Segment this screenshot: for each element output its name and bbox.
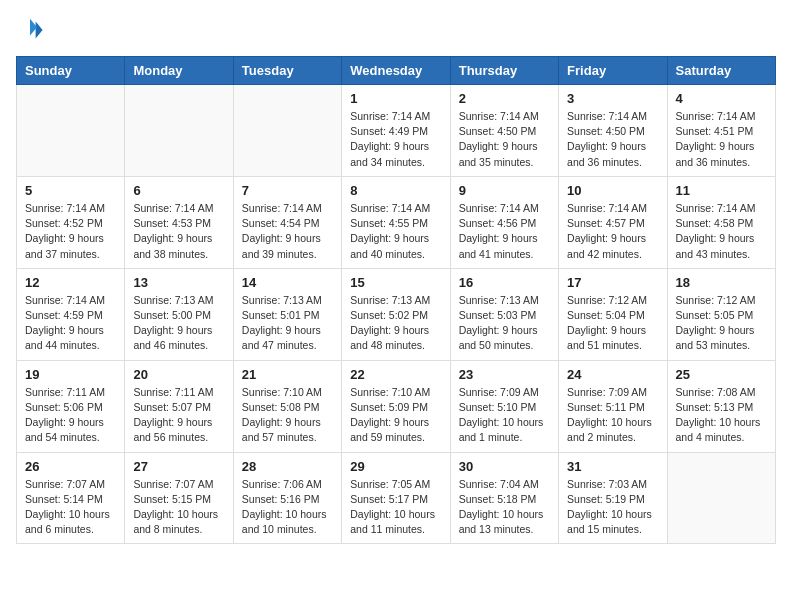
calendar-week-row: 1Sunrise: 7:14 AM Sunset: 4:49 PM Daylig…: [17, 85, 776, 177]
calendar-week-row: 5Sunrise: 7:14 AM Sunset: 4:52 PM Daylig…: [17, 176, 776, 268]
calendar-day-cell: 31Sunrise: 7:03 AM Sunset: 5:19 PM Dayli…: [559, 452, 667, 544]
day-of-week-header: Sunday: [17, 57, 125, 85]
day-of-week-header: Friday: [559, 57, 667, 85]
calendar-day-cell: 2Sunrise: 7:14 AM Sunset: 4:50 PM Daylig…: [450, 85, 558, 177]
calendar-day-cell: [667, 452, 775, 544]
calendar-day-cell: 24Sunrise: 7:09 AM Sunset: 5:11 PM Dayli…: [559, 360, 667, 452]
day-info: Sunrise: 7:12 AM Sunset: 5:05 PM Dayligh…: [676, 293, 767, 354]
day-number: 21: [242, 367, 333, 382]
calendar-day-cell: 16Sunrise: 7:13 AM Sunset: 5:03 PM Dayli…: [450, 268, 558, 360]
calendar-day-cell: 19Sunrise: 7:11 AM Sunset: 5:06 PM Dayli…: [17, 360, 125, 452]
calendar-day-cell: 20Sunrise: 7:11 AM Sunset: 5:07 PM Dayli…: [125, 360, 233, 452]
day-info: Sunrise: 7:03 AM Sunset: 5:19 PM Dayligh…: [567, 477, 658, 538]
day-info: Sunrise: 7:14 AM Sunset: 4:50 PM Dayligh…: [459, 109, 550, 170]
calendar-week-row: 19Sunrise: 7:11 AM Sunset: 5:06 PM Dayli…: [17, 360, 776, 452]
day-info: Sunrise: 7:14 AM Sunset: 4:59 PM Dayligh…: [25, 293, 116, 354]
day-info: Sunrise: 7:09 AM Sunset: 5:11 PM Dayligh…: [567, 385, 658, 446]
calendar-day-cell: 13Sunrise: 7:13 AM Sunset: 5:00 PM Dayli…: [125, 268, 233, 360]
day-number: 17: [567, 275, 658, 290]
calendar-day-cell: 3Sunrise: 7:14 AM Sunset: 4:50 PM Daylig…: [559, 85, 667, 177]
calendar-day-cell: [125, 85, 233, 177]
calendar-day-cell: 10Sunrise: 7:14 AM Sunset: 4:57 PM Dayli…: [559, 176, 667, 268]
day-info: Sunrise: 7:13 AM Sunset: 5:03 PM Dayligh…: [459, 293, 550, 354]
day-number: 25: [676, 367, 767, 382]
day-number: 24: [567, 367, 658, 382]
calendar-day-cell: 22Sunrise: 7:10 AM Sunset: 5:09 PM Dayli…: [342, 360, 450, 452]
calendar-day-cell: 30Sunrise: 7:04 AM Sunset: 5:18 PM Dayli…: [450, 452, 558, 544]
day-info: Sunrise: 7:13 AM Sunset: 5:01 PM Dayligh…: [242, 293, 333, 354]
day-info: Sunrise: 7:14 AM Sunset: 4:57 PM Dayligh…: [567, 201, 658, 262]
day-info: Sunrise: 7:10 AM Sunset: 5:09 PM Dayligh…: [350, 385, 441, 446]
day-info: Sunrise: 7:06 AM Sunset: 5:16 PM Dayligh…: [242, 477, 333, 538]
day-number: 16: [459, 275, 550, 290]
day-info: Sunrise: 7:11 AM Sunset: 5:07 PM Dayligh…: [133, 385, 224, 446]
day-number: 20: [133, 367, 224, 382]
day-info: Sunrise: 7:14 AM Sunset: 4:50 PM Dayligh…: [567, 109, 658, 170]
day-number: 3: [567, 91, 658, 106]
day-number: 12: [25, 275, 116, 290]
day-number: 8: [350, 183, 441, 198]
day-number: 26: [25, 459, 116, 474]
day-info: Sunrise: 7:13 AM Sunset: 5:00 PM Dayligh…: [133, 293, 224, 354]
day-info: Sunrise: 7:14 AM Sunset: 4:51 PM Dayligh…: [676, 109, 767, 170]
day-number: 2: [459, 91, 550, 106]
calendar-week-row: 26Sunrise: 7:07 AM Sunset: 5:14 PM Dayli…: [17, 452, 776, 544]
calendar-day-cell: 26Sunrise: 7:07 AM Sunset: 5:14 PM Dayli…: [17, 452, 125, 544]
calendar-header-row: SundayMondayTuesdayWednesdayThursdayFrid…: [17, 57, 776, 85]
day-info: Sunrise: 7:08 AM Sunset: 5:13 PM Dayligh…: [676, 385, 767, 446]
calendar-day-cell: 9Sunrise: 7:14 AM Sunset: 4:56 PM Daylig…: [450, 176, 558, 268]
logo-icon: [16, 16, 44, 44]
calendar-day-cell: 8Sunrise: 7:14 AM Sunset: 4:55 PM Daylig…: [342, 176, 450, 268]
day-number: 22: [350, 367, 441, 382]
calendar-day-cell: 17Sunrise: 7:12 AM Sunset: 5:04 PM Dayli…: [559, 268, 667, 360]
calendar-day-cell: 23Sunrise: 7:09 AM Sunset: 5:10 PM Dayli…: [450, 360, 558, 452]
calendar-day-cell: 29Sunrise: 7:05 AM Sunset: 5:17 PM Dayli…: [342, 452, 450, 544]
calendar-day-cell: [233, 85, 341, 177]
day-number: 10: [567, 183, 658, 198]
calendar-day-cell: 7Sunrise: 7:14 AM Sunset: 4:54 PM Daylig…: [233, 176, 341, 268]
logo: [16, 16, 48, 44]
day-number: 14: [242, 275, 333, 290]
day-number: 7: [242, 183, 333, 198]
day-info: Sunrise: 7:07 AM Sunset: 5:14 PM Dayligh…: [25, 477, 116, 538]
day-number: 4: [676, 91, 767, 106]
day-info: Sunrise: 7:14 AM Sunset: 4:53 PM Dayligh…: [133, 201, 224, 262]
calendar-day-cell: 12Sunrise: 7:14 AM Sunset: 4:59 PM Dayli…: [17, 268, 125, 360]
day-of-week-header: Wednesday: [342, 57, 450, 85]
day-info: Sunrise: 7:14 AM Sunset: 4:58 PM Dayligh…: [676, 201, 767, 262]
calendar-day-cell: 4Sunrise: 7:14 AM Sunset: 4:51 PM Daylig…: [667, 85, 775, 177]
day-of-week-header: Tuesday: [233, 57, 341, 85]
day-info: Sunrise: 7:14 AM Sunset: 4:49 PM Dayligh…: [350, 109, 441, 170]
calendar-day-cell: 5Sunrise: 7:14 AM Sunset: 4:52 PM Daylig…: [17, 176, 125, 268]
day-info: Sunrise: 7:14 AM Sunset: 4:54 PM Dayligh…: [242, 201, 333, 262]
day-number: 6: [133, 183, 224, 198]
calendar-day-cell: 21Sunrise: 7:10 AM Sunset: 5:08 PM Dayli…: [233, 360, 341, 452]
day-number: 13: [133, 275, 224, 290]
calendar-day-cell: 27Sunrise: 7:07 AM Sunset: 5:15 PM Dayli…: [125, 452, 233, 544]
day-number: 30: [459, 459, 550, 474]
day-number: 15: [350, 275, 441, 290]
calendar-day-cell: 28Sunrise: 7:06 AM Sunset: 5:16 PM Dayli…: [233, 452, 341, 544]
calendar-week-row: 12Sunrise: 7:14 AM Sunset: 4:59 PM Dayli…: [17, 268, 776, 360]
day-number: 1: [350, 91, 441, 106]
day-number: 11: [676, 183, 767, 198]
calendar-day-cell: 11Sunrise: 7:14 AM Sunset: 4:58 PM Dayli…: [667, 176, 775, 268]
calendar-day-cell: 18Sunrise: 7:12 AM Sunset: 5:05 PM Dayli…: [667, 268, 775, 360]
day-info: Sunrise: 7:10 AM Sunset: 5:08 PM Dayligh…: [242, 385, 333, 446]
day-number: 9: [459, 183, 550, 198]
day-number: 28: [242, 459, 333, 474]
day-info: Sunrise: 7:14 AM Sunset: 4:56 PM Dayligh…: [459, 201, 550, 262]
calendar-day-cell: 1Sunrise: 7:14 AM Sunset: 4:49 PM Daylig…: [342, 85, 450, 177]
day-number: 18: [676, 275, 767, 290]
day-info: Sunrise: 7:14 AM Sunset: 4:55 PM Dayligh…: [350, 201, 441, 262]
calendar-day-cell: [17, 85, 125, 177]
calendar-day-cell: 25Sunrise: 7:08 AM Sunset: 5:13 PM Dayli…: [667, 360, 775, 452]
calendar-day-cell: 6Sunrise: 7:14 AM Sunset: 4:53 PM Daylig…: [125, 176, 233, 268]
day-of-week-header: Thursday: [450, 57, 558, 85]
page-header: [16, 16, 776, 44]
calendar-day-cell: 14Sunrise: 7:13 AM Sunset: 5:01 PM Dayli…: [233, 268, 341, 360]
day-number: 19: [25, 367, 116, 382]
day-info: Sunrise: 7:09 AM Sunset: 5:10 PM Dayligh…: [459, 385, 550, 446]
day-of-week-header: Saturday: [667, 57, 775, 85]
day-info: Sunrise: 7:05 AM Sunset: 5:17 PM Dayligh…: [350, 477, 441, 538]
